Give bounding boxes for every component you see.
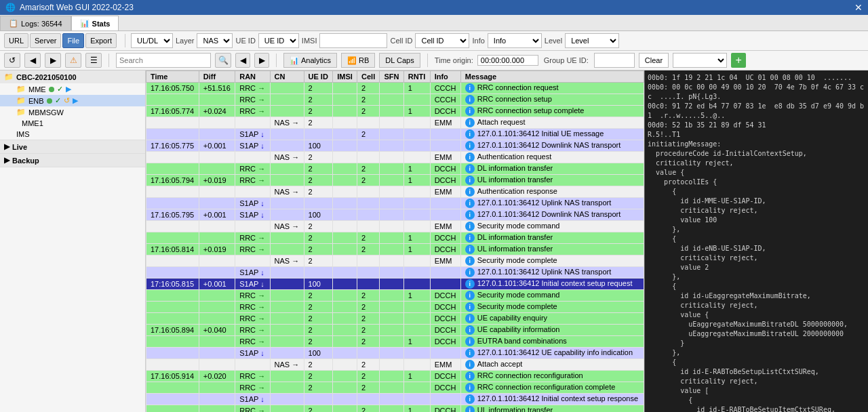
ue-id-select[interactable]: UE ID (258, 33, 299, 48)
cell-diff (199, 336, 235, 348)
next-result-button[interactable]: ▶ (254, 53, 269, 68)
level-select[interactable]: Level (565, 33, 619, 48)
cell-imsi (333, 106, 357, 117)
table-row[interactable]: S1AP ↓2i127.0.1.101:36412 Initial UE mes… (146, 129, 644, 140)
back-button[interactable]: ◀ (24, 53, 41, 68)
cell-cell (357, 152, 380, 163)
cell-ran (235, 152, 270, 163)
ran-arrow: → (256, 314, 265, 323)
sidebar-item-enb[interactable]: 📁 ENB ✓ ↺ ▶ (0, 95, 145, 106)
sidebar-item-ims[interactable]: IMS (0, 129, 145, 140)
cell-rnti (403, 255, 430, 267)
table-row[interactable]: S1AP ↓i127.0.1.101:36412 Initial context… (146, 394, 644, 405)
export-button[interactable]: Export (85, 33, 117, 48)
table-row[interactable]: 17.16:05.894+0.040RRC →22DCCHiUE capabil… (146, 325, 644, 336)
table-row[interactable]: 17.16:05.775+0.001S1AP ↓100i127.0.1.101:… (146, 140, 644, 152)
rb-button[interactable]: 📶 RB (341, 53, 375, 68)
sidebar-item-mme1[interactable]: MME1 (0, 118, 145, 129)
analytics-button[interactable]: 📊 Analytics (283, 53, 337, 68)
cell-cn: NAS → (270, 255, 304, 267)
table-row[interactable]: RRC →221DCCHiSecurity mode command (146, 290, 644, 302)
cell-imsi (333, 325, 357, 336)
table-row[interactable]: NAS →2EMMiSecurity mode command (146, 221, 644, 232)
table-row[interactable]: RRC →22CCCHiRRC connection setup (146, 94, 644, 106)
info-select[interactable]: Info (488, 33, 542, 48)
table-row[interactable]: NAS →22EMMiAttach accept (146, 359, 644, 371)
cell-message: iUE capability enquiry (460, 313, 644, 325)
time-origin-input[interactable] (477, 55, 538, 66)
cell-id-select[interactable]: Cell ID (415, 33, 469, 48)
dl-caps-button[interactable]: DL Caps (379, 53, 420, 68)
table-row[interactable]: 17.16:05.794+0.019RRC →221DCCHiUL inform… (146, 175, 644, 186)
clear-button[interactable]: Clear (639, 53, 669, 68)
cell-cn (270, 163, 304, 175)
cell-ue-id (304, 198, 333, 209)
sidebar-header-live[interactable]: ▶ Live (0, 140, 145, 153)
cell-message: iSecurity mode command (460, 221, 644, 232)
table-row[interactable]: 17.16:05.750+51.516RRC →221CCCHiRRC conn… (146, 83, 644, 94)
cell-imsi (333, 175, 357, 186)
tab-stats[interactable]: 📊 Stats (71, 16, 119, 30)
table-row[interactable]: S1AP ↓i127.0.1.101:36412 Uplink NAS tran… (146, 198, 644, 209)
forward-button[interactable]: ▶ (45, 53, 61, 68)
packet-list: Time Diff RAN CN UE ID IMSI Cell SFN RNT… (146, 70, 644, 412)
table-row[interactable]: RRC →221DCCHiDL information transfer (146, 232, 644, 244)
table-row[interactable]: RRC →22DCCHiUE capability enquiry (146, 313, 644, 325)
filter-button[interactable]: ☰ (85, 53, 102, 68)
file-button[interactable]: File (62, 33, 84, 48)
info-icon: i (465, 383, 475, 392)
cell-rnti (403, 279, 430, 290)
table-row[interactable]: RRC →221DCCHiEUTRA band combinations (146, 336, 644, 348)
cell-cn (270, 394, 304, 405)
cell-sfn (380, 255, 403, 267)
info-icon: i (465, 291, 475, 300)
table-row[interactable]: NAS →2EMMiAuthentication request (146, 152, 644, 163)
table-row[interactable]: RRC →22DCCHiSecurity mode complete (146, 302, 644, 313)
cell-rnti (403, 359, 430, 371)
ran-arrow: → (256, 303, 265, 311)
table-row[interactable]: 17.16:05.914+0.020RRC →221DCCHiRRC conne… (146, 371, 644, 382)
warning-button[interactable]: ⚠ (65, 53, 81, 68)
cell-sfn (380, 94, 403, 106)
sidebar-item-mbmsgw[interactable]: 📁 MBMSGW (0, 106, 145, 118)
ul-dl-select[interactable]: UL/DL (131, 33, 173, 48)
group-ue-input[interactable] (594, 53, 635, 68)
sidebar-item-mme[interactable]: 📁 MME ✓ ▶ (0, 83, 145, 95)
server-button[interactable]: Server (30, 33, 61, 48)
table-row[interactable]: 17.16:05.774+0.024RRC →221DCCHiRRC conne… (146, 106, 644, 117)
add-button[interactable]: + (731, 53, 746, 68)
prev-result-button[interactable]: ◀ (235, 53, 250, 68)
search-input[interactable] (116, 53, 211, 68)
cell-ue-id: 2 (304, 152, 333, 163)
table-row[interactable]: RRC →221DCCHiUL information transfer (146, 405, 644, 413)
cell-message: iSecurity mode complete (460, 255, 644, 267)
cell-cn (270, 232, 304, 244)
packet-table-container[interactable]: Time Diff RAN CN UE ID IMSI Cell SFN RNT… (146, 70, 644, 412)
tab-logs[interactable]: 📋 Logs: 36544 (0, 16, 71, 30)
table-row[interactable]: NAS →2EMMiAttach request (146, 117, 644, 129)
cell-rnti: 1 (403, 106, 430, 117)
table-row[interactable]: 17.16:05.795+0.001S1AP ↓100i127.0.1.101:… (146, 209, 644, 221)
search-icon-btn[interactable]: 🔍 (215, 53, 231, 68)
sidebar-header-backup[interactable]: ▶ Backup (0, 154, 145, 167)
imsi-input[interactable] (319, 33, 387, 48)
cell-info: DCCH (430, 290, 460, 302)
url-button[interactable]: URL (4, 33, 28, 48)
cell-imsi (333, 152, 357, 163)
table-row[interactable]: 17:16:05.815+0.001S1AP ↓100i127.0.1.101:… (146, 279, 644, 290)
table-row[interactable]: NAS →2EMMiSecurity mode complete (146, 255, 644, 267)
sidebar-header-cbc[interactable]: 📁 CBC-2021050100 (0, 70, 145, 83)
table-row[interactable]: NAS →2EMMiAuthentication response (146, 186, 644, 198)
cell-diff (199, 232, 235, 244)
refresh-button[interactable]: ↺ (4, 53, 20, 68)
cell-imsi (333, 267, 357, 279)
table-row[interactable]: S1AP ↓i127.0.1.101:36412 Uplink NAS tran… (146, 267, 644, 279)
table-row[interactable]: RRC →22DCCHiRRC connection reconfigurati… (146, 382, 644, 394)
table-row[interactable]: RRC →221DCCHiDL information transfer (146, 163, 644, 175)
close-button[interactable]: ✕ (854, 2, 863, 13)
right-panel[interactable]: 00b0: 1f 19 2 21 1c 04 UC 01 00 08 00 10… (644, 70, 868, 412)
table-row[interactable]: 17.16:05.814+0.019RRC →221DCCHiUL inform… (146, 244, 644, 255)
layer-select[interactable]: NAS (197, 33, 233, 48)
view-select[interactable] (673, 53, 727, 68)
table-row[interactable]: S1AP ↓100i127.0.1.101:36412 UE capabilit… (146, 348, 644, 359)
